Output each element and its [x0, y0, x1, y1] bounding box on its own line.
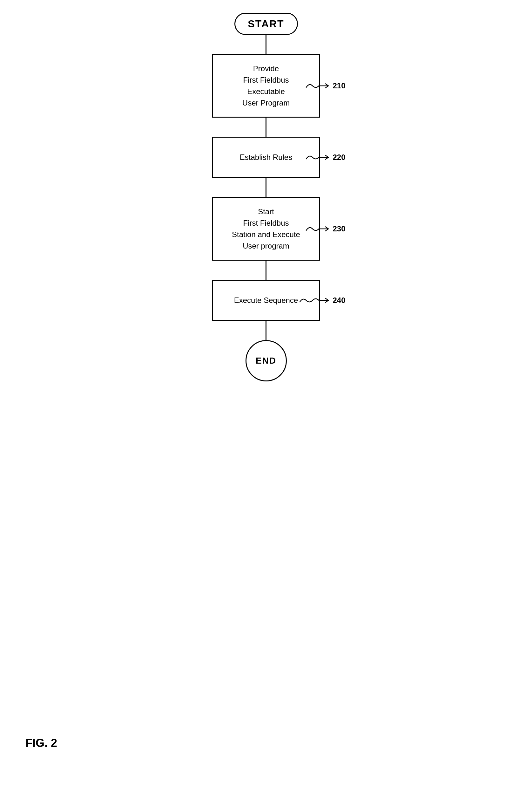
step3-squiggle-icon: [305, 224, 330, 234]
end-label: END: [256, 356, 276, 366]
step1-ref-number: 210: [332, 81, 345, 90]
step4-label: Execute Sequence: [234, 295, 298, 306]
step4-ref: 240: [298, 296, 345, 305]
step1-label: ProvideFirst FieldbusExecutableUser Prog…: [242, 63, 290, 109]
step1-wrapper: ProvideFirst FieldbusExecutableUser Prog…: [187, 54, 345, 117]
step2-squiggle-icon: [305, 152, 330, 162]
step1-ref: 210: [305, 81, 345, 91]
step2-box: Establish Rules: [212, 137, 320, 178]
step1-box: ProvideFirst FieldbusExecutableUser Prog…: [212, 54, 320, 117]
step3-wrapper: StartFirst FieldbusStation and ExecuteUs…: [187, 197, 345, 261]
connector-4: [266, 261, 266, 280]
step4-ref-number: 240: [332, 296, 345, 305]
step4-squiggle-icon: [298, 296, 330, 305]
connector-5: [266, 321, 266, 340]
step3-ref-number: 230: [332, 224, 345, 233]
connector-2: [266, 117, 266, 137]
step2-label: Establish Rules: [240, 152, 292, 163]
step2-ref-number: 220: [332, 153, 345, 162]
start-label: START: [248, 18, 284, 30]
step3-ref: 230: [305, 224, 345, 234]
figure-label: FIG. 2: [25, 736, 57, 750]
end-node: END: [246, 340, 287, 381]
step2-ref: 220: [305, 152, 345, 162]
step2-wrapper: Establish Rules 220: [187, 137, 345, 178]
connector-3: [266, 178, 266, 197]
step4-wrapper: Execute Sequence 240: [187, 280, 345, 321]
step3-label: StartFirst FieldbusStation and ExecuteUs…: [232, 206, 300, 252]
connector-1: [266, 35, 266, 54]
start-node: START: [234, 13, 298, 35]
step3-box: StartFirst FieldbusStation and ExecuteUs…: [212, 197, 320, 261]
step1-squiggle-icon: [305, 81, 330, 91]
flowchart-diagram: START ProvideFirst FieldbusExecutableUse…: [171, 13, 361, 381]
